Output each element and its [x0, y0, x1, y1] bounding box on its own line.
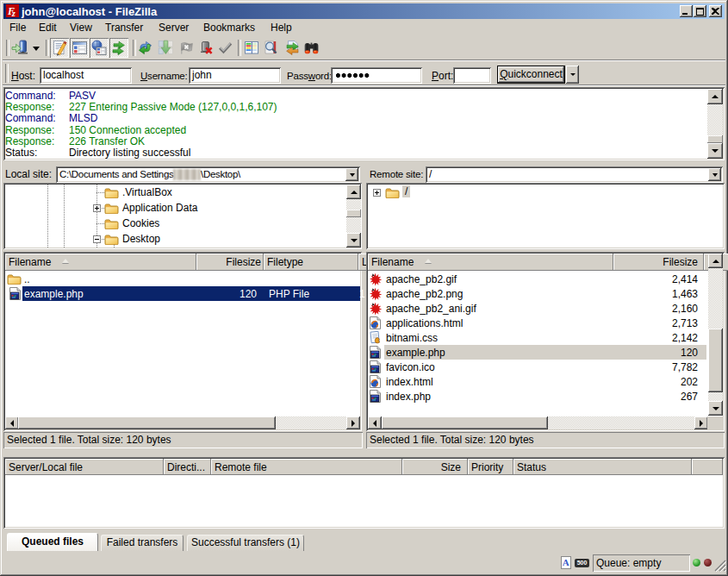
svg-text:z: z [11, 9, 16, 17]
svg-text:A: A [563, 557, 569, 567]
